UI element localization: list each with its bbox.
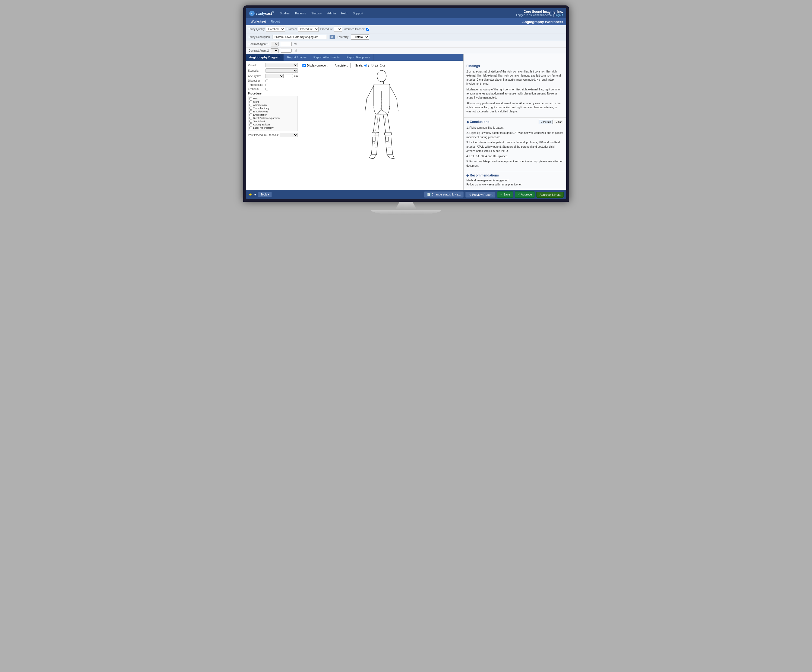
- tools-button[interactable]: Tools ▾: [258, 192, 271, 198]
- nav-admin[interactable]: Admin: [326, 11, 337, 15]
- nav-menu: Studies Patients Status Admin Help Suppo…: [278, 11, 364, 15]
- nav-studies[interactable]: Studies: [278, 11, 291, 15]
- procedure-select[interactable]: [334, 27, 342, 32]
- proc-stent-graft-checkbox[interactable]: [249, 120, 252, 123]
- conclusions-header: ◆ Conclusions Generate Clear: [466, 120, 564, 124]
- worksheet-title: Angiography Worksheet: [522, 20, 563, 24]
- proc-thrombectomy-checkbox[interactable]: [249, 107, 252, 110]
- subtitle-bar: Worksheet Report Angiography Worksheet: [246, 18, 566, 25]
- vessel-row: Vessel:: [248, 63, 298, 67]
- diagram-controls: Display on report Annotate... Scale: 1: [302, 63, 461, 68]
- embolus-row: Embolus:: [248, 87, 298, 90]
- logged-in-label: Logged in as: [516, 14, 532, 17]
- body-diagram: [352, 70, 411, 173]
- display-on-report-checkbox[interactable]: [302, 64, 306, 67]
- findings-para-3: Atherectomy performed in abdominal aorta…: [466, 101, 564, 114]
- study-desc-input[interactable]: [273, 35, 327, 39]
- proc-pta-checkbox[interactable]: [249, 97, 252, 100]
- annotate-button[interactable]: Annotate...: [332, 63, 351, 68]
- tab-report[interactable]: Report: [269, 19, 281, 24]
- proc-embolization-checkbox[interactable]: [249, 114, 252, 116]
- laterality-select[interactable]: Bilateral: [351, 34, 369, 40]
- nav-support[interactable]: Support: [351, 11, 364, 15]
- proc-cutting-balloon-checkbox[interactable]: [249, 123, 252, 126]
- rec-item-1: Medical management is suggested.: [466, 178, 564, 182]
- clear-button[interactable]: Clear: [554, 120, 564, 124]
- conclusion-1: 1. Right common iliac is patent.: [466, 126, 564, 130]
- scale-1-radio[interactable]: [364, 64, 367, 67]
- dissection-checkbox[interactable]: [266, 80, 268, 82]
- contrast-agent-1-select[interactable]: [271, 42, 278, 46]
- logout-link[interactable]: Logout: [554, 14, 563, 17]
- conclusion-4: 4. Left CIA PTCA and DES placed.: [466, 154, 564, 159]
- study-quality-group: Study Quality Excellent: [249, 27, 285, 32]
- gear-button[interactable]: ⚙: [329, 35, 335, 39]
- company-name: Core Sound Imaging, Inc.: [516, 10, 563, 14]
- conclusions-title: ◆ Conclusions: [466, 120, 489, 124]
- tab-report-images[interactable]: Report Images: [284, 54, 310, 61]
- logo: sc studycast®: [249, 10, 275, 16]
- study-quality-select[interactable]: Excellent: [266, 27, 285, 32]
- save-button[interactable]: ✓ Save: [497, 191, 513, 198]
- tab-angiography-diagram[interactable]: Angiography Diagram: [246, 54, 284, 61]
- aneurysm-label: Aneurysm:: [248, 75, 264, 78]
- recommendations-section: ◆ Recommendations Medical management is …: [464, 171, 566, 189]
- thrombosis-label: Thrombosis:: [248, 84, 264, 86]
- scale-2-radio[interactable]: [380, 64, 382, 67]
- bookmark-icon[interactable]: ▼: [254, 193, 257, 196]
- proc-pta-label: PTA: [253, 97, 258, 100]
- aneurysm-select[interactable]: [266, 74, 284, 78]
- approve-next-button[interactable]: Approve & Next: [536, 192, 563, 198]
- preview-report-button[interactable]: 🖨 Preview Report: [465, 192, 495, 198]
- contrast-agent-2-unit: ml: [294, 49, 297, 52]
- tab-worksheet[interactable]: Worksheet: [249, 19, 268, 24]
- stenosis-select[interactable]: [266, 68, 298, 73]
- monitor-stand: [243, 202, 569, 215]
- scale-group: Scale: 1 1.5 2: [355, 64, 385, 67]
- conclusions-arrow: ◆: [466, 120, 469, 124]
- post-proc-select[interactable]: [280, 133, 298, 137]
- findings-section: Findings 2 cm aneurysmal dilatation of t…: [464, 62, 566, 118]
- vessel-select[interactable]: [266, 63, 298, 67]
- embolus-checkbox[interactable]: [266, 88, 268, 90]
- proc-stent-checkbox[interactable]: [249, 101, 252, 103]
- protocol-select[interactable]: Procedure: [298, 27, 319, 32]
- change-status-next-button[interactable]: 🔃 Change status & Next: [424, 191, 464, 198]
- star-icon[interactable]: ★: [249, 193, 252, 197]
- monitor-screen: sc studycast® Studies Patients Status Ad…: [243, 5, 569, 202]
- aneurysm-input[interactable]: [285, 74, 293, 78]
- post-proc-label: Post Procedure Stenosis:: [248, 133, 279, 136]
- proc-stent: Stent: [249, 101, 297, 103]
- nav-help[interactable]: Help: [340, 11, 349, 15]
- svg-line-5: [390, 86, 397, 98]
- tab-report-recipients[interactable]: Report Recipients: [343, 54, 374, 61]
- nav-patients[interactable]: Patients: [294, 11, 307, 15]
- post-proc-section: Post Procedure Stenosis:: [248, 133, 298, 137]
- tab-report-attachments[interactable]: Report Attachments: [310, 54, 343, 61]
- scale-1-5-radio[interactable]: [371, 64, 374, 67]
- contrast-agent-2-label: Contrast Agent 2: [249, 49, 269, 52]
- contrast-agent-2-select[interactable]: [271, 48, 278, 53]
- worksheet-tabs: Worksheet Report: [249, 19, 281, 24]
- procedure-label: Procedure: [320, 28, 333, 31]
- proc-stent-balloon-checkbox[interactable]: [249, 117, 252, 119]
- generate-button[interactable]: Generate: [539, 120, 553, 124]
- thrombosis-checkbox[interactable]: [266, 84, 268, 86]
- right-panel: ... Findings 2 cm aneurysmal dilatation …: [464, 54, 566, 190]
- proc-laser: Laser Atherectomy: [249, 126, 297, 129]
- rec-item-2: Follow up in two weeks with nurse practi…: [466, 182, 564, 186]
- proc-atherectomy-checkbox[interactable]: [249, 104, 252, 106]
- approve-button[interactable]: ✓ Approve: [515, 191, 535, 198]
- aneurysm-row: Aneurysm: cm: [248, 74, 298, 78]
- contrast-agent-1-input[interactable]: [281, 42, 292, 46]
- contrast-agent-2-input[interactable]: [281, 49, 292, 53]
- findings-para-1: 2 cm aneurysmal dilatation of the right …: [466, 70, 564, 86]
- study-desc-label: Study Description: [249, 36, 270, 39]
- proc-embolectomy-checkbox[interactable]: [249, 110, 252, 113]
- toolbar-right: 🔃 Change status & Next 🖨 Preview Report …: [424, 191, 564, 198]
- conclusion-5: 5. For a complete procedure equipment an…: [466, 159, 564, 168]
- nav-status[interactable]: Status: [310, 11, 323, 15]
- informed-consent-checkbox[interactable]: [366, 28, 369, 31]
- proc-laser-checkbox[interactable]: [249, 126, 252, 129]
- aneurysm-unit: cm: [294, 75, 298, 78]
